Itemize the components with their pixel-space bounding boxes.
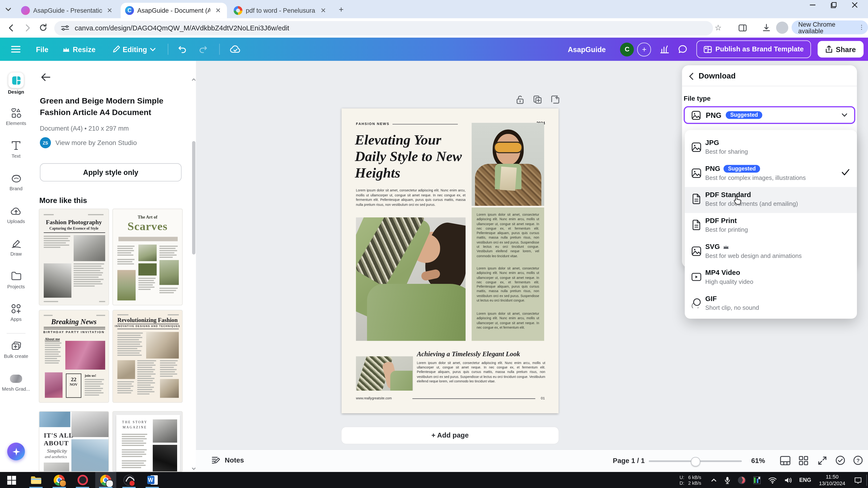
- show-desktop-strip[interactable]: [866, 475, 867, 486]
- volume-icon[interactable]: [784, 477, 792, 483]
- doc-page-number[interactable]: 01: [541, 396, 545, 400]
- sidebar-item-bulk-create[interactable]: Bulk create: [0, 339, 32, 359]
- taskbar-opera-app[interactable]: [72, 472, 93, 488]
- chrome-update-pill[interactable]: New Chrome available ⋮: [792, 21, 868, 34]
- doc-photo-portrait[interactable]: [472, 123, 544, 206]
- reload-icon[interactable]: [39, 23, 48, 32]
- filetype-option-mp4[interactable]: MP4 Video High quality video: [685, 265, 857, 291]
- sidebar-item-uploads[interactable]: Uploads: [0, 204, 32, 224]
- minimize-button[interactable]: [809, 2, 816, 8]
- kebab-menu-icon[interactable]: ⋮: [859, 24, 865, 31]
- template-thumb-fashion-photography[interactable]: Fashion Photography Capturing the Essenc…: [39, 209, 109, 305]
- tab-search-icon[interactable]: [4, 5, 12, 13]
- apply-style-button[interactable]: Apply style only: [40, 163, 182, 181]
- creator-link[interactable]: View more by Zenon Studio: [55, 139, 137, 147]
- undo-button[interactable]: [178, 45, 187, 53]
- address-field[interactable]: canva.com/design/DAGO4QmQW_M/AVdkbbZ4dtV…: [54, 21, 713, 35]
- template-thumb-art-of-scarves[interactable]: The Art of Scarves: [112, 209, 183, 305]
- doc-photo-main[interactable]: [356, 217, 466, 340]
- back-icon[interactable]: [7, 23, 16, 33]
- publish-brand-template-button[interactable]: Publish as Brand Template: [696, 40, 811, 58]
- taskbar-clock[interactable]: 11:50 13/10/2024: [819, 474, 845, 486]
- filetype-option-pdf-print[interactable]: PDF Print Best for printing: [685, 213, 857, 239]
- maximize-button[interactable]: [830, 2, 837, 8]
- grid-view-icon[interactable]: [799, 456, 808, 465]
- scrollbar-thumb[interactable]: [192, 141, 195, 254]
- insights-icon[interactable]: [660, 45, 670, 54]
- sidebar-item-text[interactable]: Text: [0, 139, 32, 159]
- add-page-button[interactable]: + Add page: [342, 427, 559, 444]
- creator-row[interactable]: ZS View more by Zenon Studio: [40, 137, 137, 148]
- file-type-select[interactable]: PNG Suggested: [684, 106, 855, 124]
- scroll-up-icon[interactable]: [191, 77, 196, 82]
- template-thumb-revolutionizing-fashion[interactable]: Revolutionizing Fashion INNOVATIVE DESIG…: [112, 310, 183, 403]
- doc-sub-body[interactable]: Lorem ipsum dolor sit amet, consectetur …: [417, 361, 545, 383]
- downloads-icon[interactable]: [762, 24, 771, 32]
- doc-side-box[interactable]: Lorem ipsum dolor sit amet, consectetur …: [472, 207, 544, 341]
- taskbar-file-explorer[interactable]: [26, 472, 46, 488]
- microphone-icon[interactable]: [724, 476, 730, 484]
- notification-center-icon[interactable]: [854, 476, 862, 484]
- download-back-icon[interactable]: [689, 72, 694, 80]
- tab-close-icon[interactable]: ✕: [214, 6, 223, 15]
- editing-mode-button[interactable]: Editing: [112, 45, 155, 53]
- filetype-option-png[interactable]: PNGSuggested Best for complex images, il…: [685, 161, 857, 187]
- browser-tab-presentation[interactable]: AsapGuide - Presentation ✕: [17, 3, 118, 19]
- side-panel-icon[interactable]: [739, 24, 747, 32]
- doc-headline[interactable]: Elevating Your Daily Style to New Height…: [355, 132, 468, 182]
- notes-button[interactable]: Notes: [212, 456, 244, 465]
- zoom-slider[interactable]: [649, 460, 742, 462]
- taskbar-word[interactable]: W: [142, 472, 163, 488]
- redo-button[interactable]: [198, 45, 208, 53]
- panel-scrollbar[interactable]: [191, 77, 196, 472]
- doc-subhead[interactable]: Achieving a Timelessly Elegant Look: [417, 350, 547, 359]
- taskbar-chrome-profile2[interactable]: [49, 472, 70, 488]
- sidebar-item-draw[interactable]: Draw: [0, 237, 32, 257]
- zoom-percent[interactable]: 61%: [751, 457, 765, 465]
- help-icon[interactable]: ?: [853, 455, 863, 465]
- file-menu-button[interactable]: File: [36, 45, 49, 53]
- close-window-button[interactable]: [851, 2, 858, 8]
- profile-avatar[interactable]: [776, 22, 788, 34]
- canva-assistant-button[interactable]: [7, 443, 25, 460]
- sidebar-item-design[interactable]: Design: [0, 72, 32, 95]
- scroll-down-icon[interactable]: [191, 466, 196, 471]
- bookmark-star-icon[interactable]: ☆: [715, 23, 721, 32]
- new-tab-button[interactable]: +: [339, 4, 344, 14]
- template-thumb-story-magazine[interactable]: THE STORY MAGAZINE: [112, 411, 183, 472]
- duplicate-page-icon[interactable]: [533, 95, 542, 104]
- template-thumb-breaking-news[interactable]: Breaking News BIRTHDAY PARTY INVITATION …: [39, 310, 109, 403]
- resize-button[interactable]: Resize: [63, 45, 96, 53]
- filetype-option-gif[interactable]: GIF Short clip, no sound: [685, 291, 857, 317]
- doc-masthead[interactable]: FAHSION NEWS: [356, 122, 390, 125]
- doc-site[interactable]: www.reallygreatsite.com: [356, 397, 392, 400]
- pages-view-icon[interactable]: [780, 456, 790, 465]
- fullscreen-icon[interactable]: [817, 456, 827, 465]
- doc-intro[interactable]: Lorem ipsum dolor sit amet, consectetur …: [356, 188, 466, 207]
- cloud-saved-icon[interactable]: [229, 45, 241, 54]
- sidebar-item-projects[interactable]: Projects: [0, 269, 32, 289]
- site-settings-icon[interactable]: [61, 24, 69, 32]
- sidebar-item-apps[interactable]: Apps: [0, 302, 32, 322]
- language-indicator[interactable]: ENG: [799, 477, 811, 483]
- sidebar-item-brand[interactable]: Brand: [0, 172, 32, 191]
- forward-icon[interactable]: [23, 23, 32, 33]
- share-button[interactable]: Share: [817, 41, 864, 58]
- tab-close-icon[interactable]: ✕: [105, 6, 114, 15]
- template-thumb-its-all-about[interactable]: IT'S ALL ABOUT Simplicity and aesthetics: [39, 411, 109, 472]
- tray-app-icon[interactable]: [738, 476, 746, 484]
- tab-close-icon[interactable]: ✕: [319, 6, 328, 15]
- start-button[interactable]: [1, 472, 22, 488]
- taskbar-chrome-active[interactable]: [95, 472, 116, 488]
- wifi-icon[interactable]: [768, 477, 776, 483]
- sidebar-item-mesh-gradient[interactable]: Mesh Grad...: [0, 372, 32, 392]
- browser-tab-search[interactable]: pdf to word - Penelusuran Goo ✕: [229, 3, 332, 19]
- zoom-slider-handle[interactable]: [691, 457, 700, 466]
- comments-icon[interactable]: [678, 45, 688, 54]
- network-speed[interactable]: U: 6 kB/s D: 2 kB/s: [680, 475, 701, 486]
- add-member-button[interactable]: +: [637, 42, 651, 56]
- add-page-icon[interactable]: [551, 95, 560, 104]
- menu-icon[interactable]: [11, 45, 21, 53]
- browser-tab-document[interactable]: C AsapGuide - Document (A4) - C ✕: [121, 3, 227, 19]
- unlock-icon[interactable]: [516, 95, 524, 104]
